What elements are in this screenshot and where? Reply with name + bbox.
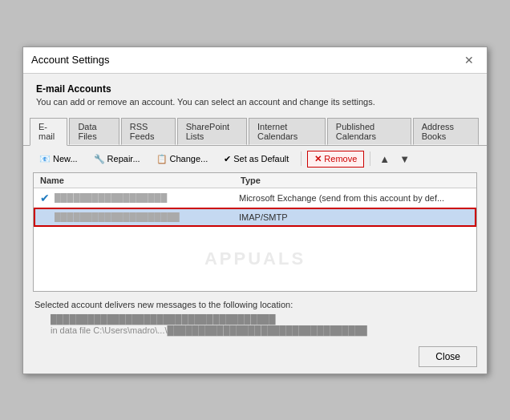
dialog-title: Account Settings (31, 54, 110, 66)
set-default-label: Set as Default (233, 154, 289, 164)
tab-email[interactable]: E-mail (30, 118, 67, 146)
tabs-bar: E-mail Data Files RSS Feeds SharePoint L… (23, 113, 487, 146)
account-list: Name Type ✔ ██████████████████ Microsoft… (33, 172, 477, 292)
new-label: New... (53, 154, 78, 164)
title-close-button[interactable]: ✕ (459, 52, 479, 68)
list-header: Name Type (34, 173, 476, 188)
header-description: You can add or remove an account. You ca… (36, 97, 474, 107)
tab-internet-calendars[interactable]: Internet Calendars (249, 118, 326, 145)
table-row[interactable]: ✔ ██████████████████ Microsoft Exchange … (34, 188, 476, 208)
remove-label: Remove (324, 154, 357, 164)
change-icon: 📋 (156, 154, 168, 164)
account-type: Microsoft Exchange (send from this accou… (239, 193, 470, 203)
check-icon: ✔ (224, 154, 231, 164)
move-up-button[interactable]: ▲ (376, 151, 393, 167)
remove-button[interactable]: ✕ Remove (307, 151, 364, 168)
col-type: Type (241, 176, 470, 185)
header-section: E-mail Accounts You can add or remove an… (23, 74, 487, 113)
toolbar-separator-2 (370, 151, 370, 166)
set-default-button[interactable]: ✔ Set as Default (217, 151, 295, 167)
no-check-spacer: ✔ (40, 211, 50, 224)
account-name-2: ████████████████████ (55, 212, 239, 222)
repair-button[interactable]: 🔧 Repair... (87, 151, 147, 167)
toolbar-separator (301, 151, 302, 166)
tab-rss-feeds[interactable]: RSS Feeds (121, 118, 176, 145)
tab-published-calendars[interactable]: Published Calendars (327, 118, 411, 145)
new-icon: 📧 (39, 154, 51, 164)
move-down-button[interactable]: ▼ (396, 151, 413, 167)
title-bar: Account Settings ✕ (23, 47, 487, 74)
delivery-path: in data file C:\Users\madro\...\████████… (34, 325, 476, 335)
toolbar: 📧 New... 🔧 Repair... 📋 Change... ✔ Set a… (23, 146, 487, 172)
tab-address-books[interactable]: Address Books (413, 118, 479, 145)
account-name: ██████████████████ (55, 193, 239, 203)
col-name: Name (40, 176, 241, 185)
tab-sharepoint[interactable]: SharePoint Lists (177, 118, 247, 145)
watermark-area: APPUALS (34, 227, 476, 291)
change-label: Change... (170, 154, 208, 164)
delivery-label: Selected account delivers new messages t… (34, 300, 476, 309)
dialog-footer: Close (23, 340, 487, 374)
table-row[interactable]: ✔ ████████████████████ IMAP/SMTP (34, 208, 476, 227)
delivery-account: ████████████████████████████████████ (34, 314, 476, 324)
check-mark-icon: ✔ (40, 192, 50, 204)
repair-label: Repair... (107, 154, 140, 164)
delivery-section: Selected account delivers new messages t… (23, 292, 487, 340)
list-body: ✔ ██████████████████ Microsoft Exchange … (34, 188, 476, 291)
new-button[interactable]: 📧 New... (33, 151, 84, 167)
repair-icon: 🔧 (94, 154, 105, 164)
account-settings-dialog: Account Settings ✕ E-mail Accounts You c… (22, 46, 488, 374)
tab-data-files[interactable]: Data Files (69, 118, 119, 145)
watermark-text: APPUALS (204, 248, 306, 269)
account-type-2: IMAP/SMTP (239, 212, 470, 222)
remove-x-icon: ✕ (314, 154, 322, 164)
close-dialog-button[interactable]: Close (419, 346, 477, 367)
change-button[interactable]: 📋 Change... (150, 151, 215, 167)
header-title: E-mail Accounts (36, 83, 474, 95)
